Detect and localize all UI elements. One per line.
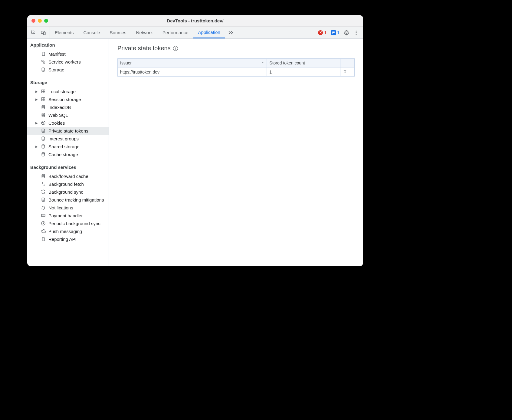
sidebar-item-label: Back/forward cache bbox=[48, 174, 88, 179]
svg-point-15 bbox=[42, 122, 43, 123]
sidebar-item-session-storage[interactable]: ▶ Session storage bbox=[27, 95, 109, 103]
device-toggle-icon[interactable] bbox=[41, 30, 46, 35]
sidebar-item-notifications[interactable]: ▶ Notifications bbox=[27, 204, 109, 212]
expand-arrow-icon[interactable]: ▶ bbox=[35, 98, 38, 101]
svg-point-19 bbox=[42, 137, 44, 138]
inspect-element-icon[interactable] bbox=[31, 30, 36, 35]
sidebar-item-shared-storage[interactable]: ▶ Shared storage bbox=[27, 143, 109, 150]
sidebar-item-label: Background fetch bbox=[48, 182, 84, 187]
message-count: 1 bbox=[337, 30, 340, 35]
main-panel: Private state tokens i Issuer ▲ Stored t… bbox=[109, 39, 363, 266]
cell-issuer: https://trusttoken.dev bbox=[118, 67, 267, 77]
error-count: 1 bbox=[324, 30, 327, 35]
col-header-issuer[interactable]: Issuer ▲ bbox=[118, 59, 267, 67]
sidebar-item-manifest[interactable]: ▶ Manifest bbox=[27, 50, 109, 58]
more-tabs-icon[interactable] bbox=[225, 27, 237, 38]
sidebar-item-periodic-sync[interactable]: ▶ Periodic background sync bbox=[27, 219, 109, 227]
panel-title-text: Private state tokens bbox=[117, 45, 171, 52]
database-icon bbox=[41, 197, 46, 202]
sidebar-item-label: Background sync bbox=[48, 189, 83, 195]
svg-point-7 bbox=[42, 60, 43, 62]
toolbar-left bbox=[27, 27, 50, 38]
col-header-label: Stored token count bbox=[269, 61, 305, 65]
sidebar-item-cache-storage[interactable]: ▶ Cache storage bbox=[27, 150, 109, 158]
svg-point-3 bbox=[346, 32, 347, 33]
expand-arrow-icon[interactable]: ▶ bbox=[35, 90, 38, 93]
svg-point-22 bbox=[42, 174, 44, 176]
kebab-menu-icon[interactable] bbox=[353, 30, 359, 35]
sidebar-item-local-storage[interactable]: ▶ Local storage bbox=[27, 87, 109, 95]
devtools-tabbar: Elements Console Sources Network Perform… bbox=[27, 27, 363, 39]
sidebar-item-bounce-tracking[interactable]: ▶ Bounce tracking mitigations bbox=[27, 196, 109, 204]
sidebar-item-label: Private state tokens bbox=[48, 128, 88, 133]
tab-sources[interactable]: Sources bbox=[105, 27, 131, 38]
sidebar-item-label: Cache storage bbox=[48, 152, 78, 157]
sidebar-item-storage[interactable]: ▶ Storage bbox=[27, 66, 109, 74]
expand-arrow-icon[interactable]: ▶ bbox=[35, 121, 38, 125]
svg-point-20 bbox=[42, 145, 44, 146]
sidebar-item-private-state-tokens[interactable]: ▶ Private state tokens bbox=[27, 127, 109, 135]
application-sidebar[interactable]: Application ▶ Manifest ▶ Service workers… bbox=[27, 39, 109, 266]
close-window-button[interactable] bbox=[31, 19, 35, 23]
database-icon bbox=[41, 144, 46, 149]
svg-point-23 bbox=[42, 198, 44, 199]
svg-point-4 bbox=[356, 31, 357, 31]
sidebar-section-storage: Storage ▶ Local storage ▶ Session storag… bbox=[27, 76, 109, 161]
fullscreen-window-button[interactable] bbox=[44, 19, 48, 23]
sidebar-item-cookies[interactable]: ▶ Cookies bbox=[27, 119, 109, 127]
sidebar-item-bf-cache[interactable]: ▶ Back/forward cache bbox=[27, 172, 109, 180]
sidebar-item-interest-groups[interactable]: ▶ Interest groups bbox=[27, 135, 109, 143]
sidebar-item-label: Push messaging bbox=[48, 229, 82, 234]
col-header-label: Issuer bbox=[120, 61, 132, 65]
sidebar-item-label: Shared storage bbox=[48, 144, 80, 149]
svg-point-12 bbox=[42, 105, 44, 107]
delete-icon[interactable] bbox=[343, 69, 347, 74]
table-row[interactable]: https://trusttoken.dev 1 bbox=[118, 67, 355, 77]
tab-performance[interactable]: Performance bbox=[158, 27, 193, 38]
message-count-badge[interactable]: 1 bbox=[331, 30, 340, 35]
sidebar-item-indexeddb[interactable]: ▶ IndexedDB bbox=[27, 103, 109, 111]
sidebar-item-service-workers[interactable]: ▶ Service workers bbox=[27, 58, 109, 66]
message-icon bbox=[331, 30, 336, 35]
sidebar-item-background-sync[interactable]: ▶ Background sync bbox=[27, 188, 109, 196]
tab-console[interactable]: Console bbox=[79, 27, 105, 38]
minimize-window-button[interactable] bbox=[38, 19, 42, 23]
devtools-window: DevTools - trusttoken.dev/ Elements Cons… bbox=[27, 15, 363, 266]
card-icon bbox=[41, 213, 46, 218]
sort-asc-icon: ▲ bbox=[261, 61, 264, 64]
cookie-icon bbox=[41, 120, 46, 126]
database-icon bbox=[41, 104, 46, 110]
sidebar-item-reporting-api[interactable]: ▶ Reporting API bbox=[27, 235, 109, 243]
cell-action bbox=[340, 67, 355, 77]
clock-icon bbox=[41, 221, 46, 226]
svg-point-6 bbox=[356, 34, 357, 34]
sidebar-item-label: Interest groups bbox=[48, 136, 79, 141]
expand-arrow-icon[interactable]: ▶ bbox=[35, 145, 38, 148]
sidebar-item-payment-handler[interactable]: ▶ Payment handler bbox=[27, 212, 109, 219]
tab-application[interactable]: Application bbox=[193, 27, 225, 38]
sidebar-item-websql[interactable]: ▶ Web SQL bbox=[27, 111, 109, 119]
gears-icon bbox=[41, 59, 46, 64]
database-icon bbox=[41, 67, 46, 72]
sidebar-item-label: Payment handler bbox=[48, 213, 83, 218]
svg-point-5 bbox=[356, 32, 357, 33]
cell-count: 1 bbox=[267, 67, 340, 77]
sidebar-item-label: Cookies bbox=[48, 120, 65, 126]
sidebar-item-label: Manifest bbox=[48, 51, 66, 57]
file-icon bbox=[41, 51, 46, 57]
sidebar-item-label: Notifications bbox=[48, 205, 73, 210]
sidebar-item-label: IndexedDB bbox=[48, 105, 71, 110]
sidebar-item-push-messaging[interactable]: ▶ Push messaging bbox=[27, 227, 109, 235]
error-count-badge[interactable]: ✕ 1 bbox=[318, 30, 327, 35]
svg-rect-2 bbox=[44, 32, 45, 34]
sidebar-item-label: Bounce tracking mitigations bbox=[48, 197, 104, 202]
tab-elements[interactable]: Elements bbox=[50, 27, 79, 38]
table-icon bbox=[41, 97, 46, 102]
table-icon bbox=[41, 89, 46, 94]
tab-network[interactable]: Network bbox=[131, 27, 158, 38]
info-icon[interactable]: i bbox=[173, 46, 178, 51]
col-header-count[interactable]: Stored token count bbox=[267, 59, 340, 67]
svg-point-9 bbox=[42, 68, 44, 69]
sidebar-item-background-fetch[interactable]: ▶ Background fetch bbox=[27, 180, 109, 188]
settings-icon[interactable] bbox=[344, 30, 349, 35]
